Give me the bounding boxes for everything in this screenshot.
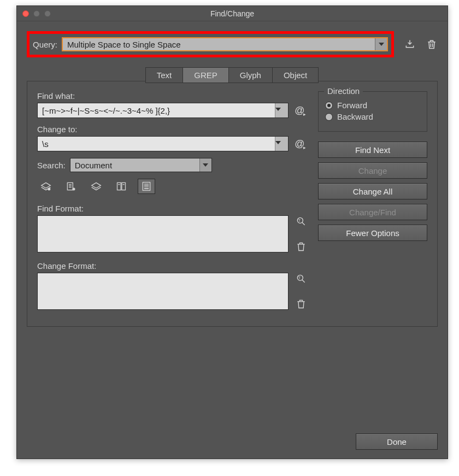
tab-object[interactable]: Object (272, 67, 319, 83)
save-query-icon[interactable] (404, 38, 416, 50)
search-label: Search: (37, 161, 66, 170)
include-locked-layers-icon[interactable] (37, 179, 55, 194)
change-to-label: Change to: (37, 125, 308, 134)
chevron-down-icon (375, 38, 387, 50)
clear-find-format-icon[interactable] (295, 240, 307, 252)
content-area: Query: Multiple Space to Single Space (17, 21, 448, 327)
find-next-button[interactable]: Find Next (318, 142, 427, 158)
include-hidden-layers-icon[interactable] (87, 179, 105, 194)
specify-find-format-icon[interactable]: T (295, 215, 307, 227)
direction-forward-radio[interactable]: Forward (325, 101, 420, 110)
svg-point-0 (48, 188, 50, 191)
change-all-button[interactable]: Change All (318, 183, 427, 199)
change-format-group: Change Format: T (37, 261, 308, 310)
close-window-button[interactable] (22, 10, 29, 17)
find-what-value: [~m~>~f~|~S~s~<~/~.~3~4~% ]{2,} (38, 103, 275, 117)
change-to-input[interactable]: \s (37, 136, 289, 151)
query-label: Query: (33, 40, 57, 49)
include-master-pages-icon[interactable] (113, 179, 130, 194)
direction-backward-radio[interactable]: Backward (325, 112, 420, 121)
find-what-label: Find what: (37, 91, 308, 101)
done-button[interactable]: Done (356, 433, 438, 450)
find-what-group: Find what: [~m~>~f~|~S~s~<~/~.~3~4~% ]{2… (37, 91, 308, 118)
traffic-lights (17, 10, 51, 17)
change-find-button[interactable]: Change/Find (318, 204, 427, 220)
find-change-window: Find/Change Query: Multiple Space to Sin… (16, 5, 448, 459)
direction-legend: Direction (324, 86, 363, 96)
include-locked-stories-icon[interactable] (62, 179, 80, 194)
search-scope-value: Document (70, 161, 199, 170)
direction-group: Direction Forward Backward (318, 91, 427, 132)
specify-change-format-icon[interactable]: T (295, 273, 307, 285)
fewer-options-button[interactable]: Fewer Options (318, 225, 427, 241)
chevron-down-icon (199, 158, 211, 172)
search-scope-row: Search: Document (37, 158, 308, 172)
search-options-row (37, 179, 308, 194)
direction-forward-label: Forward (337, 101, 367, 110)
window-title: Find/Change (17, 9, 448, 18)
left-column: Find what: [~m~>~f~|~S~s~<~/~.~3~4~% ]{2… (37, 91, 308, 316)
svg-point-2 (73, 188, 75, 191)
titlebar: Find/Change (17, 6, 448, 21)
find-format-group: Find Format: T (37, 204, 308, 252)
query-row-highlight: Query: Multiple Space to Single Space (27, 31, 394, 57)
change-button[interactable]: Change (318, 162, 427, 179)
tab-glyph[interactable]: Glyph (228, 67, 273, 83)
right-column: Direction Forward Backward Find Next Cha… (318, 91, 427, 316)
direction-backward-label: Backward (337, 112, 373, 121)
svg-rect-5 (143, 183, 150, 191)
search-scope-dropdown[interactable]: Document (70, 158, 212, 172)
find-format-area[interactable] (37, 215, 289, 252)
tab-text[interactable]: Text (145, 67, 184, 83)
radio-icon (325, 113, 333, 121)
footer: Done (356, 433, 438, 450)
change-format-area[interactable] (37, 273, 289, 310)
main-panel: Find what: [~m~>~f~|~S~s~<~/~.~3~4~% ]{2… (27, 81, 438, 327)
svg-text:T: T (298, 276, 301, 280)
radio-icon (325, 102, 333, 109)
minimize-window-button[interactable] (33, 10, 40, 17)
chevron-down-icon[interactable] (275, 137, 288, 151)
zoom-window-button[interactable] (44, 10, 51, 17)
clear-change-format-icon[interactable] (295, 298, 307, 310)
svg-rect-4 (122, 183, 126, 190)
chevron-down-icon[interactable] (275, 103, 288, 117)
query-actions (404, 38, 438, 50)
query-dropdown[interactable]: Multiple Space to Single Space (62, 37, 388, 51)
svg-text:T: T (298, 219, 301, 222)
change-to-value: \s (38, 137, 275, 151)
query-dropdown-value: Multiple Space to Single Space (63, 40, 375, 49)
svg-rect-3 (117, 183, 121, 190)
change-special-char-icon[interactable]: @▸ (294, 138, 308, 150)
svg-rect-1 (67, 183, 73, 190)
tab-grep[interactable]: GREP (183, 67, 229, 83)
find-special-char-icon[interactable]: @▸ (294, 105, 308, 116)
change-format-label: Change Format: (37, 261, 308, 271)
find-what-input[interactable]: [~m~>~f~|~S~s~<~/~.~3~4~% ]{2,} (37, 103, 289, 118)
include-footnotes-icon[interactable] (138, 179, 155, 194)
change-to-group: Change to: \s @▸ (37, 125, 308, 151)
find-format-label: Find Format: (37, 204, 308, 213)
delete-query-icon[interactable] (426, 38, 438, 50)
